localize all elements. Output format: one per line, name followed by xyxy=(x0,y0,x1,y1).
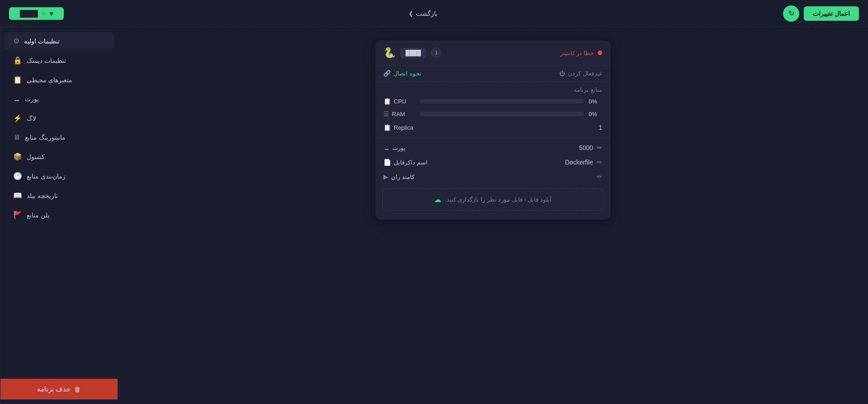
ram-label-container: RAM ☰ xyxy=(383,110,420,117)
ram-progress-bar xyxy=(420,112,584,116)
run-command-edit-icon[interactable]: ✏ xyxy=(597,173,602,180)
dockerfile-edit-icon[interactable]: ✏ xyxy=(597,159,602,166)
delete-icon: 🗑 xyxy=(74,385,81,393)
dockerfile-value-container: ✏ Dockerfile xyxy=(565,159,602,166)
run-command-label-container: کامند ران ▶ xyxy=(383,173,415,180)
run-command-row: ✏ کامند ران ▶ xyxy=(375,169,610,184)
apply-button[interactable]: اعمال تغییرات xyxy=(804,6,859,21)
lightning-icon: ⚡ xyxy=(13,114,22,122)
monitor-icon: 🖥 xyxy=(13,133,20,141)
chevron-down-icon: ▾ xyxy=(50,10,53,17)
resource-monitoring-label: مانیتورینگ منابع xyxy=(25,134,66,141)
clipboard-icon: 📋 xyxy=(13,75,22,84)
run-command-value-container: ✏ xyxy=(593,173,602,180)
replica-icon[interactable]: 📋 xyxy=(383,124,391,131)
port-nav-label: پورت xyxy=(25,95,39,103)
status-text: ████ xyxy=(20,10,38,17)
card-header: خطا در کانتینر ℹ ████ 🐍 xyxy=(375,41,610,66)
cpu-row: 0% CPU 📋 xyxy=(375,95,610,108)
ram-bar-container: 0% xyxy=(420,111,602,117)
connect-label: نحوه اتصال xyxy=(393,70,421,77)
cpu-label: CPU xyxy=(394,98,406,105)
sidebar-item-resource-plan[interactable]: پلن منابع 🚩 xyxy=(4,206,114,224)
resource-plan-label: پلن منابع xyxy=(27,211,50,219)
sidebar-item-logs[interactable]: لاگ ⚡ xyxy=(4,109,114,127)
info-icon[interactable]: ℹ xyxy=(431,47,442,58)
dockerfile-value: Dockerfile xyxy=(565,159,593,166)
console-label: کنسول xyxy=(27,153,45,160)
ram-label: RAM xyxy=(392,111,405,117)
sidebar-item-console[interactable]: کنسول 📦 xyxy=(4,148,114,165)
replica-value: 1 xyxy=(599,124,602,131)
upload-icon: ☁ xyxy=(434,195,441,204)
sidebar-item-resource-scheduling[interactable]: زمان‌بندی منابع 🕐 xyxy=(4,167,114,185)
run-command-label: کامند ران xyxy=(391,174,415,180)
upload-label: آپلود فایل - فایل مورد نظر را بارگذاری ک… xyxy=(445,196,552,203)
port-icon[interactable]: 🗕 xyxy=(383,144,390,151)
replica-label: Replica xyxy=(394,124,413,131)
port-value: 5000 xyxy=(579,144,593,151)
card-header-right: ℹ ████ 🐍 xyxy=(383,47,442,59)
cpu-icon[interactable]: 📋 xyxy=(383,98,391,105)
topbar-left: اعمال تغییرات ↻ xyxy=(783,5,859,22)
dockerfile-icon[interactable]: 📄 xyxy=(383,159,391,166)
sidebar-item-disk-settings[interactable]: تنظیمات دیسک 🔒 xyxy=(4,52,114,69)
divider-1 xyxy=(375,137,610,138)
replica-label-container: Replica 📋 xyxy=(383,124,413,131)
cpu-value: 0% xyxy=(589,98,602,105)
ram-icon[interactable]: ☰ xyxy=(383,110,389,117)
sidebar-item-port[interactable]: پورت 🗕 xyxy=(4,90,114,108)
port-row: ✏ 5000 پورت 🗕 xyxy=(375,141,610,155)
replica-row: 1 Replica 📋 xyxy=(375,120,610,135)
flag-icon: 🚩 xyxy=(13,211,22,219)
layout: خطا در کانتینر ℹ ████ 🐍 غیرفعال کردن ⏻ ن… xyxy=(0,27,868,404)
delete-app-button[interactable]: 🗑 حذف برنامه xyxy=(0,379,118,399)
refresh-button[interactable]: ↻ xyxy=(783,5,799,22)
sidebar-item-basic-settings[interactable]: تنظیمات اولیه ⚙ xyxy=(4,32,114,50)
resources-label: منابع برنامه xyxy=(574,86,602,93)
sidebar: تنظیمات اولیه ⚙ تنظیمات دیسک 🔒 متغیرهای … xyxy=(0,27,118,404)
resources-header: منابع برنامه xyxy=(375,82,610,95)
chevron-icon: ❯ xyxy=(409,10,413,17)
sidebar-item-env-vars[interactable]: متغیرهای محیطی 📋 xyxy=(4,71,114,89)
clock-icon: 🕐 xyxy=(13,172,22,180)
disable-label: غیرفعال کردن xyxy=(568,70,602,77)
window-icon: 🗕 xyxy=(13,95,20,103)
header-action-button[interactable]: ████ xyxy=(400,48,426,58)
dockerfile-label: اسم داکرفایل xyxy=(394,159,428,166)
cpu-label-container: CPU 📋 xyxy=(383,98,420,105)
error-label: خطا در کانتینر xyxy=(560,50,594,56)
build-history-label: تاریخچه بیلد xyxy=(27,192,58,199)
settings-card: خطا در کانتینر ℹ ████ 🐍 غیرفعال کردن ⏻ ن… xyxy=(375,41,610,220)
replica-value-container: 1 xyxy=(599,124,602,131)
error-dot-icon xyxy=(598,51,602,55)
link-icon: 🔗 xyxy=(383,70,391,77)
port-value-container: ✏ 5000 xyxy=(579,144,602,151)
card-header-left: خطا در کانتینر xyxy=(560,50,602,56)
power-icon: ⏻ xyxy=(559,70,565,77)
dockerfile-label-container: اسم داکرفایل 📄 xyxy=(383,159,428,166)
sidebar-item-build-history[interactable]: تاریخچه بیلد 📖 xyxy=(4,187,114,204)
connect-action[interactable]: نحوه اتصال 🔗 xyxy=(383,70,421,77)
main-content: خطا در کانتینر ℹ ████ 🐍 غیرفعال کردن ⏻ ن… xyxy=(118,27,868,404)
upload-area[interactable]: آپلود فایل - فایل مورد نظر را بارگذاری ک… xyxy=(382,188,603,211)
back-nav[interactable]: بازگشت ❯ xyxy=(409,10,438,17)
ram-row: 0% RAM ☰ xyxy=(375,108,610,120)
status-dot-icon xyxy=(42,11,46,16)
basic-settings-label: تنظیمات اولیه xyxy=(24,38,60,45)
port-edit-icon[interactable]: ✏ xyxy=(597,144,602,151)
disk-settings-label: تنظیمات دیسک xyxy=(27,57,66,64)
status-badge[interactable]: ▾ ████ xyxy=(9,7,64,20)
python-icon: 🐍 xyxy=(383,47,396,59)
port-label-container: پورت 🗕 xyxy=(383,144,406,151)
ram-value: 0% xyxy=(589,111,602,117)
disable-action[interactable]: غیرفعال کردن ⏻ xyxy=(559,70,602,77)
lock-icon: 🔒 xyxy=(13,56,22,65)
delete-label: حذف برنامه xyxy=(37,385,71,393)
topbar: اعمال تغییرات ↻ بازگشت ❯ ▾ ████ xyxy=(0,0,868,27)
box-icon: 📦 xyxy=(13,152,22,161)
resource-scheduling-label: زمان‌بندی منابع xyxy=(27,173,66,180)
book-icon: 📖 xyxy=(13,191,22,200)
run-command-icon[interactable]: ▶ xyxy=(383,173,388,180)
sidebar-item-resource-monitoring[interactable]: مانیتورینگ منابع 🖥 xyxy=(4,129,114,146)
